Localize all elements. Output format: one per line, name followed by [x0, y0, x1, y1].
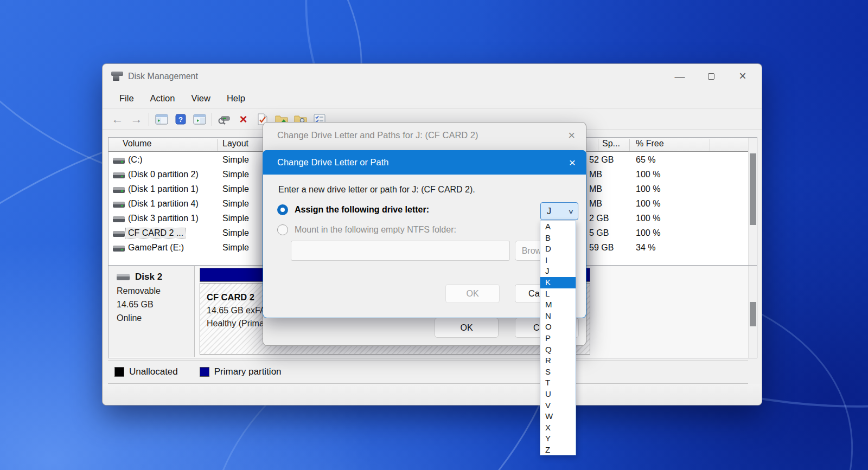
dialog-title-bar: Change Drive Letter and Paths for J: (CF…	[263, 123, 586, 148]
svg-text:?: ?	[178, 115, 183, 124]
back-icon[interactable]: ←	[108, 111, 127, 127]
drive-letter-combobox[interactable]: J ∨	[540, 202, 578, 220]
layout-cell: Simple	[222, 199, 249, 209]
disk-inspect-icon[interactable]	[215, 111, 234, 127]
dropdown-option[interactable]: Z	[540, 445, 576, 456]
header-layout[interactable]: Layout	[222, 139, 248, 149]
free-cell: 100 %	[636, 170, 660, 179]
volume-cell: (Disk 1 partition 1)	[128, 184, 199, 194]
space-cell: 5 GB	[589, 228, 609, 238]
ok-button[interactable]: OK	[435, 318, 499, 338]
dialog-title: Change Drive Letter and Paths for J: (CF…	[277, 130, 478, 140]
drive-icon	[113, 202, 125, 208]
scrollbar-thumb[interactable]	[750, 153, 756, 225]
dialog-title: Change Drive Letter or Path	[277, 157, 388, 168]
status-bar	[103, 384, 762, 405]
maximize-button[interactable]	[695, 64, 727, 88]
dropdown-option[interactable]: W	[540, 411, 576, 422]
free-cell: 34 %	[636, 243, 655, 253]
dropdown-option[interactable]: J	[540, 266, 576, 277]
header-space[interactable]: Sp...	[602, 139, 620, 149]
dropdown-option[interactable]: L	[540, 288, 576, 300]
layout-cell: Simple	[222, 184, 249, 194]
free-cell: 65 %	[636, 155, 655, 165]
minimize-button[interactable]: —	[664, 64, 695, 88]
combobox-value: J	[547, 207, 551, 216]
close-icon[interactable]: ×	[569, 156, 576, 169]
header-free[interactable]: % Free	[636, 139, 664, 149]
graph-scrollbar[interactable]	[748, 266, 757, 358]
show-action-pane-icon[interactable]	[190, 111, 209, 127]
ok-button[interactable]: OK	[445, 284, 500, 303]
volume-cell: (Disk 3 partition 1)	[128, 214, 199, 223]
disk-info-panel[interactable]: Disk 2 Removable 14.65 GB Online	[109, 266, 195, 357]
volume-cell: (Disk 1 partition 4)	[128, 199, 199, 209]
mount-folder-input[interactable]	[291, 241, 510, 261]
layout-cell: Simple	[222, 243, 249, 253]
window-title: Disk Management	[128, 72, 198, 81]
volume-cell: CF CARD 2 ...	[126, 228, 186, 238]
dropdown-option[interactable]: P	[540, 333, 576, 344]
primary-partition-swatch	[200, 367, 209, 377]
help-icon[interactable]: ?	[171, 111, 190, 127]
mount-folder-radio[interactable]	[277, 224, 288, 235]
legend-label: Primary partition	[214, 366, 282, 377]
dropdown-option[interactable]: Y	[540, 433, 576, 445]
toolbar-separator	[149, 113, 149, 126]
drive-letter-dropdown-list: A B D I J K L M N O P Q R S T U V W X Y …	[540, 221, 576, 455]
menu-action[interactable]: Action	[142, 91, 183, 106]
dropdown-option[interactable]: I	[540, 255, 576, 266]
dropdown-option[interactable]: O	[540, 321, 576, 333]
disk-icon	[117, 274, 130, 280]
close-button[interactable]: ×	[727, 64, 758, 88]
menu-bar: File Action View Help	[103, 88, 762, 109]
header-volume[interactable]: Volume	[123, 139, 151, 149]
drive-icon	[113, 231, 125, 237]
dropdown-option[interactable]: V	[540, 400, 576, 411]
layout-cell: Simple	[222, 155, 249, 165]
menu-file[interactable]: File	[111, 91, 142, 106]
change-drive-letter-or-path-dialog: Change Drive Letter or Path × Enter a ne…	[263, 150, 586, 318]
menu-help[interactable]: Help	[219, 91, 253, 106]
column-divider[interactable]	[217, 139, 218, 151]
assign-drive-letter-label: Assign the following drive letter:	[295, 205, 429, 215]
volume-cell: (C:)	[128, 155, 143, 165]
chevron-down-icon: ∨	[567, 208, 574, 215]
unallocated-swatch	[114, 367, 124, 377]
show-console-tree-icon[interactable]	[152, 111, 171, 127]
toolbar-separator	[212, 113, 212, 126]
dropdown-option[interactable]: D	[540, 243, 576, 255]
dropdown-option-selected[interactable]: K	[540, 277, 576, 288]
space-cell: 52 GB	[589, 155, 614, 165]
dialog-title-bar: Change Drive Letter or Path ×	[263, 150, 586, 175]
dropdown-option[interactable]: X	[540, 422, 576, 434]
layout-cell: Simple	[222, 214, 249, 223]
delete-volume-icon[interactable]: ×	[234, 111, 253, 127]
disk-status: Online	[117, 313, 194, 323]
dropdown-option[interactable]: U	[540, 389, 576, 400]
dropdown-option[interactable]: S	[540, 366, 576, 378]
volume-cell: (Disk 0 partition 2)	[128, 170, 199, 179]
drive-icon	[113, 172, 125, 178]
column-divider[interactable]	[629, 139, 630, 151]
scrollbar-thumb[interactable]	[750, 302, 756, 326]
dropdown-option[interactable]: Q	[540, 344, 576, 356]
free-cell: 100 %	[636, 228, 660, 238]
dropdown-option[interactable]: N	[540, 311, 576, 322]
dropdown-option[interactable]: A	[540, 221, 576, 233]
volume-cell: GamePart (E:)	[128, 243, 184, 253]
dropdown-option[interactable]: T	[540, 377, 576, 389]
menu-view[interactable]: View	[183, 91, 218, 106]
close-icon[interactable]: ×	[568, 128, 575, 143]
layout-cell: Simple	[222, 228, 249, 238]
assign-drive-letter-radio[interactable]	[277, 204, 288, 215]
dropdown-option[interactable]: M	[540, 299, 576, 311]
column-divider[interactable]	[710, 139, 710, 151]
dropdown-option[interactable]: B	[540, 233, 576, 244]
title-bar: Disk Management — ×	[103, 64, 762, 88]
forward-icon[interactable]: →	[127, 111, 146, 127]
column-divider[interactable]	[598, 139, 598, 151]
drive-icon	[113, 158, 125, 164]
dropdown-option[interactable]: R	[540, 355, 576, 366]
drive-icon	[113, 187, 125, 193]
